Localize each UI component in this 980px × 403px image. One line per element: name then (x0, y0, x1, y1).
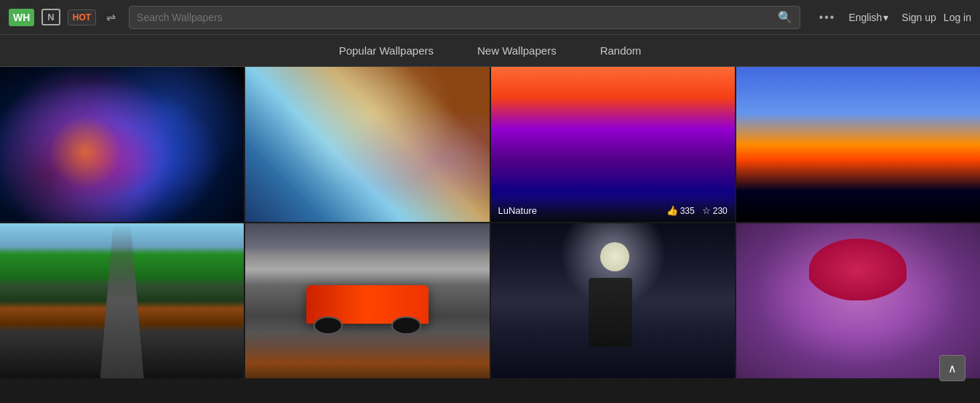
nav-random[interactable]: Random (600, 44, 642, 57)
language-selector[interactable]: English ▾ (848, 12, 888, 23)
star-stat: ☆ 230 (702, 205, 728, 216)
star-count: 230 (713, 206, 728, 216)
nav-popular[interactable]: Popular Wallpapers (339, 44, 434, 57)
wallpaper-forest-road[interactable] (0, 223, 244, 378)
main-nav: Popular Wallpapers New Wallpapers Random (0, 35, 980, 67)
wallpaper-lake-username: LuNature (498, 205, 537, 216)
logo-n[interactable]: N (41, 9, 60, 25)
star-icon: ☆ (702, 205, 711, 216)
chevron-down-icon: ▾ (883, 12, 888, 23)
logo-wh[interactable]: WH (9, 9, 34, 26)
wallpaper-dark-figure[interactable] (491, 223, 735, 378)
shuffle-icon[interactable]: ⇌ (106, 10, 116, 24)
like-count: 335 (680, 206, 695, 216)
thumbs-up-icon: 👍 (666, 205, 678, 216)
wallpaper-lake-stats: 👍 335 ☆ 230 (666, 205, 728, 216)
search-icon[interactable]: 🔍 (778, 10, 792, 24)
wallpaper-coast[interactable] (736, 67, 980, 222)
more-options-icon[interactable]: ••• (819, 11, 836, 24)
like-stat: 👍 335 (666, 205, 695, 216)
auth-links: Sign up Log in (901, 12, 971, 23)
nav-new[interactable]: New Wallpapers (477, 44, 557, 57)
login-link[interactable]: Log in (944, 12, 971, 23)
gallery: LuNature 👍 335 ☆ 230 (0, 67, 980, 378)
wallpaper-space[interactable] (0, 67, 244, 222)
signup-link[interactable]: Sign up (901, 12, 936, 23)
wallpaper-anime-city[interactable] (245, 67, 489, 222)
search-bar: 🔍 (129, 6, 800, 29)
wallpaper-lake-overlay: LuNature 👍 335 ☆ 230 (491, 199, 735, 222)
language-label: English (848, 12, 882, 23)
logo-hot[interactable]: HOT (68, 9, 96, 25)
wallpaper-car[interactable] (245, 223, 489, 378)
gallery-row-1: LuNature 👍 335 ☆ 230 (0, 67, 980, 222)
header: WH N HOT ⇌ 🔍 ••• English ▾ Sign up Log i… (0, 0, 980, 35)
wallpaper-lake[interactable]: LuNature 👍 335 ☆ 230 (491, 67, 735, 222)
scroll-to-top-button[interactable]: ∧ (939, 355, 965, 378)
gallery-row-2 (0, 223, 980, 378)
search-input[interactable] (137, 12, 778, 23)
